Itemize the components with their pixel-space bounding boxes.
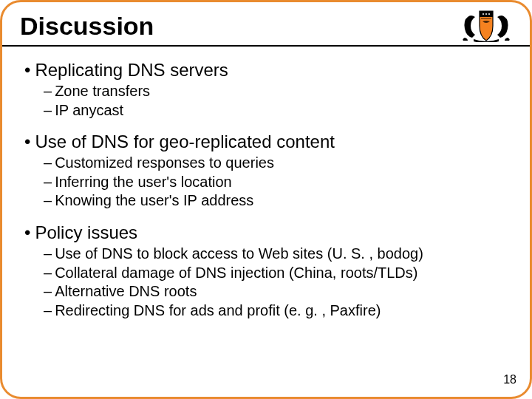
list-item-text: Zone transfers xyxy=(55,83,150,99)
section-heading: •Use of DNS for geo-replicated content xyxy=(24,132,508,152)
section-heading: •Policy issues xyxy=(24,222,508,243)
list-item-text: Knowing the user's IP address xyxy=(55,192,253,208)
list-item: –Use of DNS to block access to Web sites… xyxy=(24,245,508,264)
svg-point-1 xyxy=(482,13,484,15)
list-item-text: Collateral damage of DNS injection (Chin… xyxy=(55,265,417,281)
section-1: •Use of DNS for geo-replicated content –… xyxy=(24,132,508,211)
section-heading: •Replicating DNS servers xyxy=(24,60,508,81)
page-number: 18 xyxy=(503,373,516,386)
slide-body: •Replicating DNS servers –Zone transfers… xyxy=(2,47,530,320)
list-item: –Redirecting DNS for ads and profit (e. … xyxy=(24,301,508,321)
section-heading-text: Replicating DNS servers xyxy=(35,60,228,80)
list-item: –Inferring the user's location xyxy=(24,173,508,192)
slide-frame: Discussion xyxy=(0,0,532,399)
list-item: –Customized responses to queries xyxy=(24,154,508,173)
list-item-text: Redirecting DNS for ads and profit (e. g… xyxy=(55,302,381,318)
slide-title: Discussion xyxy=(20,12,154,41)
list-item-text: IP anycast xyxy=(55,102,123,118)
list-item: –Zone transfers xyxy=(24,82,508,101)
list-item: –IP anycast xyxy=(24,101,508,120)
princeton-crest-icon xyxy=(460,10,512,42)
svg-point-3 xyxy=(488,13,490,15)
list-item: –Collateral damage of DNS injection (Chi… xyxy=(24,264,508,283)
list-item-text: Alternative DNS roots xyxy=(55,283,197,299)
svg-point-2 xyxy=(485,13,487,15)
title-row: Discussion xyxy=(2,2,530,45)
list-item: –Knowing the user's IP address xyxy=(24,191,508,211)
section-heading-text: Policy issues xyxy=(35,222,137,242)
section-2: •Policy issues –Use of DNS to block acce… xyxy=(24,222,508,320)
list-item-text: Inferring the user's location xyxy=(55,174,232,190)
list-item: –Alternative DNS roots xyxy=(24,282,508,301)
section-0: •Replicating DNS servers –Zone transfers… xyxy=(24,60,508,120)
list-item-text: Use of DNS to block access to Web sites … xyxy=(55,245,423,262)
section-heading-text: Use of DNS for geo-replicated content xyxy=(35,132,335,151)
list-item-text: Customized responses to queries xyxy=(55,154,274,171)
